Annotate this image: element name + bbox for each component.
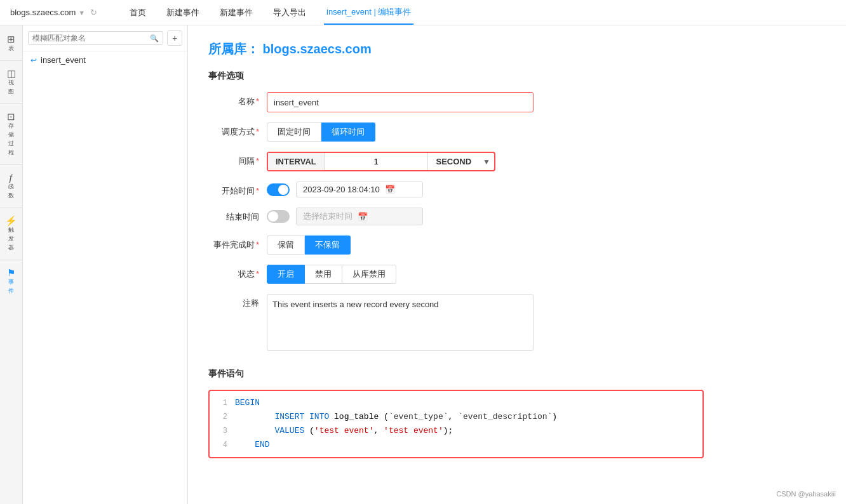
- line-num-2: 2: [210, 410, 235, 424]
- start-time-toggle[interactable]: [267, 183, 290, 196]
- comment-textarea[interactable]: This event inserts a new record every se…: [267, 294, 534, 351]
- start-time-label: 开始时间*: [208, 182, 259, 197]
- nav-new-event-1[interactable]: 新建事件: [164, 0, 202, 25]
- form-row-on-complete: 事件完成时* 保留 不保留: [208, 235, 826, 255]
- panel-sidebar: 🔍 + ↩ insert_event: [23, 25, 188, 504]
- end-calendar-icon[interactable]: 📅: [358, 212, 368, 222]
- name-control: [267, 92, 826, 112]
- procedure-sidebar-icon[interactable]: ⊡ 存 储 过 程: [1, 108, 22, 161]
- search-box[interactable]: 🔍: [28, 31, 163, 45]
- end-time-field[interactable]: 选择结束时间 📅: [296, 208, 423, 225]
- nav-edit-event[interactable]: insert_event | 编辑事件: [324, 0, 413, 25]
- status-label: 状态*: [208, 265, 259, 280]
- line-num-4: 4: [210, 438, 235, 452]
- start-time-value: 2023-09-20 18:04:10: [303, 185, 380, 194]
- search-icon: 🔍: [150, 34, 159, 43]
- panel-item-label: insert_event: [41, 55, 86, 65]
- panel-header: 🔍 +: [23, 25, 187, 51]
- not-preserve-btn[interactable]: 不保留: [305, 235, 351, 255]
- function-sidebar-icon[interactable]: ƒ 函 数: [1, 169, 22, 204]
- start-time-row: 2023-09-20 18:04:10 📅: [267, 182, 826, 197]
- db-name-label: blogs.szaecs.com: [10, 8, 76, 17]
- nav-import-export[interactable]: 导入导出: [271, 0, 309, 25]
- line-num-1: 1: [210, 396, 235, 410]
- end-time-toggle[interactable]: [267, 210, 290, 223]
- db-refresh-icon[interactable]: ↻: [90, 8, 97, 17]
- status-db-disable-btn[interactable]: 从库禁用: [342, 265, 396, 284]
- interval-unit: SECOND: [428, 153, 479, 170]
- line-content-3: VALUES ('test event', 'test event');: [235, 424, 702, 438]
- event-item-icon: ↩: [30, 56, 37, 65]
- statement-section: 事件语句 1 BEGIN 2 INSERT INTO log_table (`e…: [208, 368, 826, 458]
- page-title: 所属库： blogs.szaecs.com: [208, 41, 826, 58]
- status-disable-btn[interactable]: 禁用: [305, 265, 342, 284]
- schedule-control: 固定时间 循环时间: [267, 123, 826, 142]
- line-content-1: BEGIN: [235, 396, 702, 410]
- left-sidebar: ⊞ 表 ◫ 视 图 ⊡ 存 储 过 程 ƒ 函 数 ⚡ 触 发 器: [0, 25, 23, 504]
- comment-label: 注释: [208, 294, 259, 309]
- view-sidebar-icon[interactable]: ◫ 视 图: [1, 65, 22, 100]
- footer-watermark: CSDN @yahasakiii: [776, 490, 836, 498]
- view-icon: ◫: [7, 69, 16, 78]
- code-line-2: 2 INSERT INTO log_table (`event_type`, `…: [210, 410, 702, 424]
- interval-keyword: INTERVAL: [268, 153, 325, 170]
- search-input[interactable]: [32, 34, 150, 43]
- schedule-cycle-btn[interactable]: 循环时间: [321, 123, 375, 142]
- panel-item-insert-event[interactable]: ↩ insert_event: [23, 51, 187, 69]
- section-options-title: 事件选项: [208, 70, 826, 82]
- main-content: 所属库： blogs.szaecs.com 事件选项 名称* 调度方式* 固定时…: [188, 25, 846, 504]
- nav-new-event-2[interactable]: 新建事件: [217, 0, 255, 25]
- nav-home[interactable]: 首页: [127, 0, 149, 25]
- preserve-btn[interactable]: 保留: [267, 235, 305, 255]
- line-num-3: 3: [210, 424, 235, 438]
- name-input[interactable]: [267, 92, 534, 112]
- start-time-field[interactable]: 2023-09-20 18:04:10 📅: [296, 182, 423, 197]
- calendar-icon[interactable]: 📅: [385, 185, 395, 194]
- end-time-row: 选择结束时间 📅: [267, 208, 826, 225]
- schedule-btn-group: 固定时间 循环时间: [267, 123, 826, 142]
- form-row-schedule: 调度方式* 固定时间 循环时间: [208, 123, 826, 142]
- function-icon: ƒ: [8, 173, 13, 182]
- trigger-sidebar-icon[interactable]: ⚡ 触 发 器: [1, 212, 22, 256]
- db-selector-arrow[interactable]: ▼: [78, 9, 85, 17]
- comment-control: This event inserts a new record every se…: [267, 294, 826, 353]
- form-row-start-time: 开始时间* 2023-09-20 18:04:10 📅: [208, 182, 826, 197]
- form-row-interval: 间隔* INTERVAL 1 SECOND ▼: [208, 152, 826, 171]
- line-content-4: END: [235, 438, 702, 452]
- code-line-3: 3 VALUES ('test event', 'test event');: [210, 424, 702, 438]
- table-icon: ⊞: [7, 34, 15, 44]
- status-control: 开启 禁用 从库禁用: [267, 265, 826, 284]
- end-time-placeholder: 选择结束时间: [303, 211, 352, 222]
- code-editor[interactable]: 1 BEGIN 2 INSERT INTO log_table (`event_…: [208, 390, 704, 458]
- add-button[interactable]: +: [167, 30, 182, 46]
- interval-label: 间隔*: [208, 152, 259, 167]
- trigger-icon: ⚡: [5, 216, 17, 225]
- interval-dropdown-icon[interactable]: ▼: [479, 154, 494, 170]
- form-row-end-time: 结束时间 选择结束时间 📅: [208, 208, 826, 225]
- status-enable-btn[interactable]: 开启: [267, 265, 305, 284]
- interval-control: INTERVAL 1 SECOND ▼: [267, 152, 826, 171]
- form-row-comment: 注释 This event inserts a new record every…: [208, 294, 826, 353]
- schedule-fixed-btn[interactable]: 固定时间: [267, 123, 321, 142]
- schedule-label: 调度方式*: [208, 123, 259, 138]
- name-label: 名称*: [208, 92, 259, 107]
- procedure-icon: ⊡: [7, 112, 15, 121]
- line-content-2: INSERT INTO log_table (`event_type`, `ev…: [235, 410, 702, 424]
- on-complete-control: 保留 不保留: [267, 235, 826, 255]
- interval-value[interactable]: 1: [325, 153, 429, 170]
- form-row-name: 名称*: [208, 92, 826, 112]
- event-sidebar-icon[interactable]: ⚑ 事 件: [1, 264, 22, 299]
- code-line-4: 4 END: [210, 438, 702, 452]
- form-row-status: 状态* 开启 禁用 从库禁用: [208, 265, 826, 284]
- section-statement-title: 事件语句: [208, 368, 826, 380]
- event-icon: ⚑: [7, 268, 15, 277]
- db-selector[interactable]: blogs.szaecs.com ▼ ↻: [10, 8, 112, 17]
- code-line-1: 1 BEGIN: [210, 396, 702, 410]
- end-time-control: 选择结束时间 📅: [267, 208, 826, 225]
- table-sidebar-icon[interactable]: ⊞ 表: [1, 30, 22, 56]
- interval-container: INTERVAL 1 SECOND ▼: [267, 152, 495, 171]
- code-content: 1 BEGIN 2 INSERT INTO log_table (`event_…: [210, 391, 702, 457]
- on-complete-label: 事件完成时*: [208, 235, 259, 251]
- on-complete-btn-group: 保留 不保留: [267, 235, 826, 255]
- status-btn-group: 开启 禁用 从库禁用: [267, 265, 826, 284]
